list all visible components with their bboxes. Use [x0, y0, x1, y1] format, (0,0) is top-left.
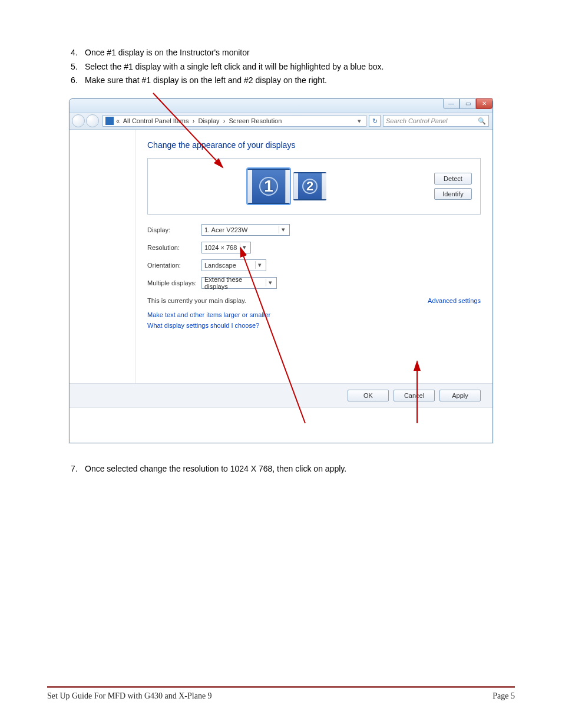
advanced-settings-link[interactable]: Advanced settings: [428, 297, 481, 304]
apply-button[interactable]: Apply: [439, 390, 481, 401]
chevron-down-icon: ▾: [279, 226, 287, 233]
multiple-displays-label: Multiple displays:: [147, 279, 201, 286]
maximize-button[interactable]: ▭: [459, 98, 476, 109]
step-6-num: 6.: [71, 75, 85, 87]
orientation-label: Orientation:: [147, 262, 201, 269]
step-6: 6. Make sure that #1 display is on the l…: [71, 75, 515, 87]
breadcrumb-dropdown-icon[interactable]: ▾: [355, 117, 363, 125]
ok-button[interactable]: OK: [348, 390, 389, 401]
step-5-num: 5.: [71, 61, 85, 73]
multiple-displays-value: Extend these displays: [204, 276, 266, 290]
chevron-down-icon: ▾: [240, 243, 248, 251]
step-7: 7. Once selected change the resolution t…: [71, 463, 515, 475]
display-settings-help-link[interactable]: What display settings should I choose?: [147, 322, 481, 329]
display-label: Display:: [147, 226, 201, 233]
identify-button[interactable]: Identify: [434, 188, 472, 200]
resolution-value: 1024 × 768: [204, 244, 240, 251]
monitor-2[interactable]: 2: [293, 172, 326, 200]
monitor-layout-box: 1 2 Detect Identify: [147, 158, 481, 215]
nav-forward-button[interactable]: [86, 114, 99, 127]
display-value: 1. Acer V223W: [204, 226, 279, 233]
resolution-label: Resolution:: [147, 244, 201, 251]
multiple-displays-dropdown[interactable]: Extend these displays ▾: [201, 277, 277, 289]
orientation-dropdown[interactable]: Landscape ▾: [201, 259, 266, 271]
step-7-text: Once selected change the resolution to 1…: [85, 463, 346, 475]
cancel-button[interactable]: Cancel: [394, 390, 435, 401]
search-input[interactable]: Search Control Panel 🔍: [383, 115, 489, 127]
refresh-button[interactable]: ↻: [369, 115, 381, 127]
step-4-num: 4.: [71, 47, 85, 59]
address-row: « All Control Panel Items › Display › Sc…: [70, 113, 492, 130]
control-panel-icon: [105, 117, 114, 125]
step-4-text: Once #1 display is on the Instructor's m…: [85, 47, 250, 59]
step-6-text: Make sure that #1 display is on the left…: [85, 75, 327, 87]
step-5: 5. Select the #1 display with a single l…: [71, 61, 515, 73]
chevron-down-icon: ▾: [266, 279, 274, 286]
minimize-button[interactable]: —: [443, 98, 459, 109]
page-heading: Change the appearance of your displays: [147, 140, 481, 150]
display-dropdown[interactable]: 1. Acer V223W ▾: [201, 224, 290, 236]
window-sidebar: [70, 130, 135, 383]
breadcrumb-text: « All Control Panel Items › Display › Sc…: [116, 117, 355, 124]
resolution-dropdown[interactable]: 1024 × 768 ▾: [201, 242, 251, 253]
search-placeholder: Search Control Panel: [386, 117, 478, 124]
footer-title: Set Up Guide For MFD with G430 and X-Pla…: [47, 691, 212, 701]
page-footer: Set Up Guide For MFD with G430 and X-Pla…: [47, 686, 515, 701]
step-5-text: Select the #1 display with a single left…: [85, 61, 384, 73]
dialog-button-row: OK Cancel Apply: [70, 383, 492, 407]
detect-button[interactable]: Detect: [434, 173, 472, 185]
window-footer-empty: [70, 407, 492, 443]
monitor-2-number: 2: [302, 179, 318, 194]
control-panel-window: — ▭ ✕ « All Control Panel Items › Displa…: [69, 98, 493, 443]
chevron-down-icon: ▾: [255, 261, 263, 269]
close-button[interactable]: ✕: [476, 98, 492, 109]
step-4: 4. Once #1 display is on the Instructor'…: [71, 47, 515, 59]
search-icon: 🔍: [478, 117, 486, 125]
text-size-link[interactable]: Make text and other items larger or smal…: [147, 311, 481, 318]
main-display-text: This is currently your main display.: [147, 297, 246, 304]
nav-back-button[interactable]: [72, 114, 85, 127]
breadcrumb-bar[interactable]: « All Control Panel Items › Display › Sc…: [103, 115, 366, 127]
footer-page: Page 5: [492, 691, 515, 701]
orientation-value: Landscape: [204, 262, 255, 269]
window-titlebar[interactable]: — ▭ ✕: [70, 99, 492, 113]
step-7-num: 7.: [71, 463, 85, 475]
monitor-1[interactable]: 1: [247, 169, 290, 204]
monitor-1-number: 1: [259, 177, 278, 196]
